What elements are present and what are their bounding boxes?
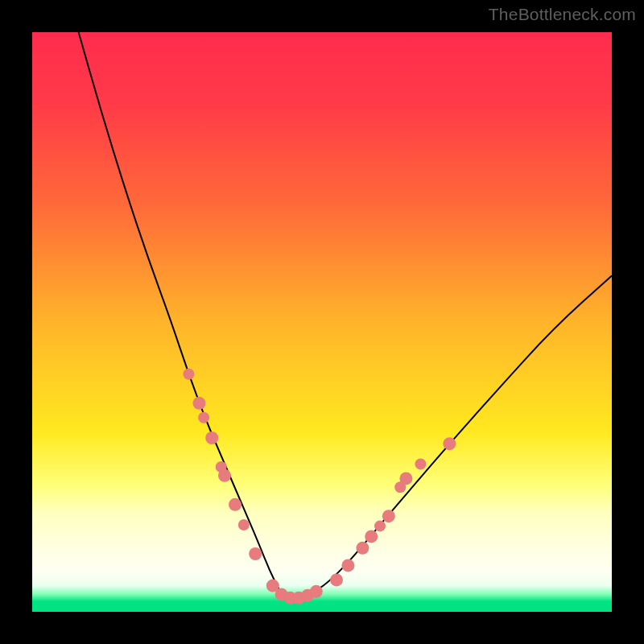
data-marker bbox=[183, 369, 194, 380]
data-marker bbox=[310, 585, 323, 598]
data-marker bbox=[198, 412, 209, 423]
data-marker bbox=[218, 469, 231, 482]
marker-group bbox=[183, 369, 456, 605]
data-marker bbox=[415, 458, 426, 469]
plot-area bbox=[32, 32, 612, 612]
data-marker bbox=[356, 542, 369, 555]
data-marker bbox=[330, 573, 343, 586]
data-marker bbox=[382, 510, 395, 522]
data-marker bbox=[374, 520, 386, 531]
data-marker bbox=[238, 519, 250, 530]
data-marker bbox=[341, 559, 354, 572]
chart-frame: TheBottleneck.com bbox=[0, 0, 644, 644]
data-marker bbox=[229, 498, 242, 511]
data-marker bbox=[205, 431, 218, 444]
data-marker bbox=[443, 437, 456, 450]
data-marker bbox=[365, 530, 378, 543]
data-marker bbox=[249, 547, 262, 560]
bottleneck-curve bbox=[79, 32, 612, 601]
watermark-text: TheBottleneck.com bbox=[489, 5, 636, 24]
data-marker bbox=[399, 472, 412, 485]
curve-svg bbox=[32, 32, 612, 612]
data-marker bbox=[192, 397, 205, 410]
